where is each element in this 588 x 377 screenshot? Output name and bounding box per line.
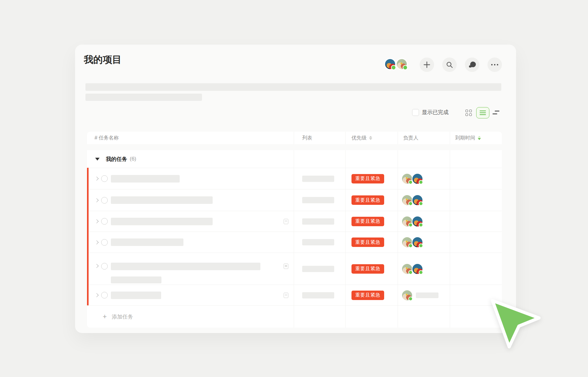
board-view-button[interactable] [466, 110, 472, 116]
expand-icon[interactable] [95, 219, 99, 223]
assignee-avatars [401, 194, 423, 206]
task-name-placeholder [111, 263, 260, 270]
show-completed-toggle[interactable]: 显示已完成 [412, 109, 449, 116]
add-task-label: 添加任务 [112, 313, 133, 320]
show-completed-checkbox [412, 109, 419, 116]
task-checkbox[interactable] [101, 175, 108, 182]
search-icon [446, 61, 453, 68]
show-completed-label: 显示已完成 [422, 109, 449, 116]
assignee-avatars [401, 263, 423, 275]
task-name-placeholder [111, 196, 213, 204]
avatar[interactable] [412, 237, 423, 248]
column-assignee: 负责人 [398, 132, 450, 144]
assignee-avatars [401, 290, 413, 301]
task-row[interactable]: 重要且紧急 [87, 285, 502, 305]
avatar[interactable] [401, 216, 413, 227]
task-row[interactable]: 重要且紧急 [87, 232, 502, 253]
table-header: # 任务名称 列表 优先级 负责人 到期时间 [87, 132, 502, 144]
more-button[interactable] [487, 57, 502, 72]
list-placeholder [302, 176, 334, 182]
group-header-row[interactable]: 我的任务 (6) [87, 150, 502, 168]
task-checkbox[interactable] [101, 239, 108, 246]
column-due-date[interactable]: 到期时间 [450, 132, 502, 144]
avatar[interactable] [401, 173, 413, 184]
expand-icon[interactable] [95, 177, 99, 181]
timeline-view-button[interactable] [493, 110, 499, 116]
task-name-placeholder [111, 175, 180, 183]
task-name-placeholder [111, 218, 213, 225]
assignee-avatars [401, 237, 423, 248]
add-button[interactable] [420, 57, 434, 72]
column-priority[interactable]: 优先级 [345, 132, 398, 144]
header-actions [420, 57, 502, 72]
avatar[interactable] [384, 58, 396, 70]
task-row[interactable]: 重要且紧急 [87, 253, 502, 285]
task-checkbox[interactable] [101, 218, 108, 225]
avatar[interactable] [412, 263, 423, 275]
task-name-placeholder [111, 292, 161, 299]
sort-icon-active [478, 136, 481, 140]
project-description-placeholder [85, 83, 501, 91]
note-icon [284, 292, 288, 298]
table-body: 我的任务 (6) 重要且紧急 重要且紧急 [87, 150, 502, 328]
list-view-button[interactable] [476, 107, 489, 118]
search-button[interactable] [442, 57, 457, 72]
plus-icon: + [103, 313, 107, 320]
sort-icon [369, 136, 372, 140]
expand-icon[interactable] [95, 240, 99, 244]
assignee-avatars [401, 216, 423, 227]
priority-badge[interactable]: 重要且紧急 [351, 217, 384, 226]
add-task-row[interactable]: + 添加任务 [87, 305, 502, 328]
list-placeholder [302, 239, 334, 245]
priority-badge[interactable]: 重要且紧急 [351, 238, 384, 247]
chat-icon [468, 61, 476, 68]
assignee-name-placeholder [416, 292, 438, 298]
task-row[interactable]: 重要且紧急 [87, 168, 502, 189]
group-name: 我的任务 [106, 156, 127, 163]
list-placeholder [302, 292, 334, 298]
task-name-placeholder [111, 276, 161, 283]
column-list: 列表 [294, 132, 345, 144]
avatar[interactable] [412, 194, 423, 206]
task-name-placeholder [111, 238, 183, 246]
note-icon [284, 264, 288, 269]
expand-icon[interactable] [95, 198, 99, 202]
plus-icon [423, 61, 430, 68]
avatar[interactable] [401, 290, 413, 301]
priority-badge[interactable]: 重要且紧急 [351, 264, 384, 274]
avatar[interactable] [412, 216, 423, 227]
task-row[interactable]: 重要且紧急 [87, 189, 502, 211]
group-accent-bar [87, 168, 89, 305]
ellipsis-icon [491, 64, 498, 66]
column-task-name: # 任务名称 [87, 132, 294, 144]
expand-icon[interactable] [95, 264, 99, 268]
priority-badge[interactable]: 重要且紧急 [351, 174, 384, 183]
collapse-icon[interactable] [95, 158, 100, 161]
expand-icon[interactable] [95, 293, 99, 297]
timeline-view-icon [495, 111, 499, 112]
project-description-placeholder [85, 94, 202, 101]
list-placeholder [302, 218, 334, 225]
list-view-icon [480, 111, 486, 112]
avatar[interactable] [412, 173, 423, 184]
task-row[interactable]: 重要且紧急 [87, 211, 502, 232]
page-title: 我的项目 [84, 53, 122, 67]
avatar[interactable] [401, 263, 413, 275]
task-checkbox[interactable] [101, 197, 108, 204]
list-placeholder [302, 266, 334, 272]
priority-badge[interactable]: 重要且紧急 [351, 291, 384, 300]
priority-badge[interactable]: 重要且紧急 [351, 195, 384, 205]
avatar[interactable] [401, 237, 413, 248]
avatar[interactable] [401, 194, 413, 206]
messages-button[interactable] [465, 57, 479, 72]
member-avatars[interactable] [384, 58, 408, 70]
list-placeholder [302, 197, 334, 203]
note-icon [284, 219, 288, 224]
group-count: (6) [130, 156, 136, 162]
avatar[interactable] [396, 58, 408, 70]
board-view-icon [466, 110, 468, 112]
task-checkbox[interactable] [101, 292, 108, 298]
project-card: 我的项目 显 [75, 45, 516, 333]
assignee-avatars [401, 173, 423, 184]
task-checkbox[interactable] [101, 263, 108, 270]
